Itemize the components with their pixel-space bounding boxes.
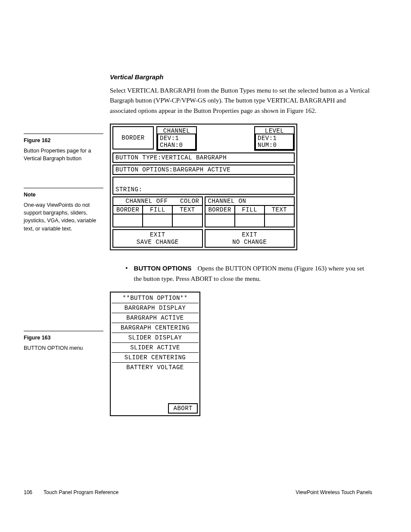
figure-162-panel: BORDER CHANNEL DEV:1 CHAN:0 LEVEL DEV:1 … bbox=[110, 124, 297, 251]
level-box[interactable]: LEVEL DEV:1 NUM:0 bbox=[254, 126, 295, 151]
menu-title: **BUTTON OPTION** bbox=[112, 293, 199, 303]
note-label: Note bbox=[24, 191, 103, 199]
channel-on-group: CHANNEL ON BORDER FILL TEXT bbox=[205, 196, 295, 227]
channel-dev: DEV:1 bbox=[160, 135, 193, 141]
section-title: Vertical Bargraph bbox=[110, 73, 372, 81]
figure-162-caption: Button Properties page for a Vertical Ba… bbox=[24, 147, 103, 162]
menu-item[interactable]: SLIDER ACTIVE bbox=[112, 343, 199, 353]
menu-item[interactable]: SLIDER DISPLAY bbox=[112, 333, 199, 343]
on-border[interactable]: BORDER bbox=[206, 206, 235, 214]
exit-no-line1: EXIT bbox=[206, 231, 294, 239]
channel-off-group: CHANNEL OFF COLOR BORDER FILL TEXT bbox=[112, 196, 203, 227]
figure-162-label: Figure 162 bbox=[24, 137, 103, 144]
menu-spacer bbox=[112, 372, 199, 402]
menu-item[interactable]: SLIDER CENTERING bbox=[112, 353, 199, 363]
bullet-icon: • bbox=[125, 263, 128, 284]
border-box[interactable]: BORDER bbox=[112, 126, 154, 149]
off-text[interactable]: TEXT bbox=[173, 206, 202, 214]
figure-163-label: Figure 163 bbox=[24, 334, 103, 342]
string-label: STRING: bbox=[115, 187, 142, 193]
menu-item[interactable]: BATTERY VOLTAGE bbox=[112, 363, 199, 372]
page-number: 106 bbox=[24, 489, 32, 495]
on-fill[interactable]: FILL bbox=[235, 206, 265, 214]
channel-off-label: CHANNEL OFF bbox=[113, 197, 180, 205]
doc-title: Touch Panel Program Reference bbox=[44, 489, 118, 495]
off-fill[interactable]: FILL bbox=[143, 206, 173, 214]
intro-paragraph: Select VERTICAL BARGRAPH from the Button… bbox=[110, 86, 372, 116]
figure-163-menu: **BUTTON OPTION** BARGRAPH DISPLAY BARGR… bbox=[110, 292, 200, 416]
button-options-box[interactable]: BUTTON OPTIONS:BARGRAPH ACTIVE bbox=[112, 165, 295, 175]
exit-no-button[interactable]: EXIT NO CHANGE bbox=[205, 229, 295, 248]
bullet-label: BUTTON OPTIONS bbox=[134, 264, 192, 272]
on-text[interactable]: TEXT bbox=[265, 206, 294, 214]
figure-163-caption: BUTTON OPTION menu bbox=[24, 344, 103, 352]
level-num: NUM:0 bbox=[258, 142, 291, 148]
button-type-box[interactable]: BUTTON TYPE:VERTICAL BARGRAPH bbox=[112, 152, 295, 163]
page-footer: 106 Touch Panel Program Reference ViewPo… bbox=[24, 489, 372, 495]
exit-save-line2: SAVE CHANGE bbox=[113, 239, 202, 246]
button-options-bullet: • BUTTON OPTIONSOpens the BUTTON OPTION … bbox=[125, 263, 372, 284]
string-box[interactable]: STRING: bbox=[112, 177, 295, 195]
off-border[interactable]: BORDER bbox=[113, 206, 143, 214]
color-label-left: COLOR bbox=[180, 197, 202, 205]
menu-item[interactable]: BARGRAPH CENTERING bbox=[112, 323, 199, 333]
channel-box[interactable]: CHANNEL DEV:1 CHAN:0 bbox=[156, 126, 197, 151]
exit-no-line2: NO CHANGE bbox=[206, 239, 294, 246]
product-name: ViewPoint Wireless Touch Panels bbox=[296, 489, 372, 495]
channel-on-label: CHANNEL ON bbox=[206, 197, 294, 205]
exit-save-button[interactable]: EXIT SAVE CHANGE bbox=[112, 229, 203, 248]
exit-save-line1: EXIT bbox=[113, 231, 202, 239]
note-text: One-way ViewPoints do not support bargra… bbox=[24, 201, 103, 233]
channel-chan: CHAN:0 bbox=[160, 142, 193, 148]
level-dev: DEV:1 bbox=[258, 135, 291, 141]
abort-button[interactable]: ABORT bbox=[168, 403, 198, 414]
menu-item[interactable]: BARGRAPH ACTIVE bbox=[112, 313, 199, 323]
menu-item[interactable]: BARGRAPH DISPLAY bbox=[112, 303, 199, 313]
